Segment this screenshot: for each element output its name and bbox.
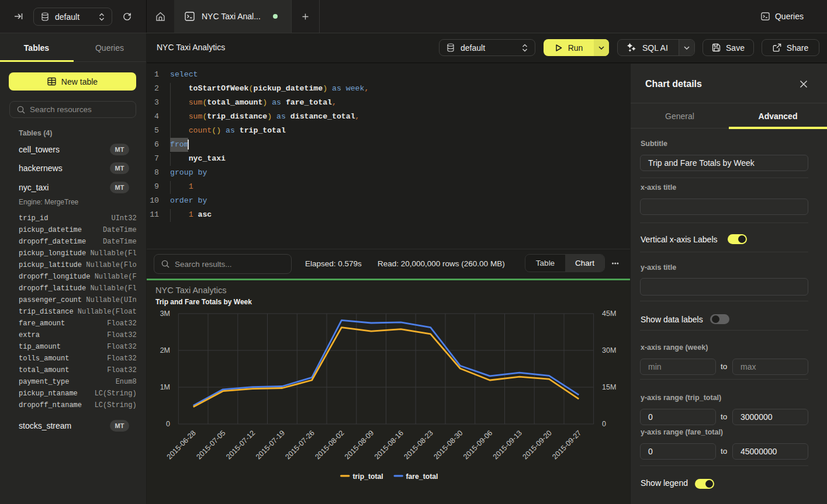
svg-text:trip_total: trip_total — [353, 472, 383, 481]
svg-text:2015-08-02: 2015-08-02 — [313, 429, 345, 461]
svg-text:2015-08-09: 2015-08-09 — [343, 429, 375, 461]
svg-text:2015-09-06: 2015-09-06 — [462, 429, 494, 461]
svg-text:2015-09-20: 2015-09-20 — [521, 429, 553, 461]
svg-text:2015-09-13: 2015-09-13 — [492, 429, 524, 461]
svg-text:3M: 3M — [160, 310, 170, 318]
svg-text:1M: 1M — [160, 383, 170, 391]
svg-text:0: 0 — [166, 420, 170, 428]
svg-text:30M: 30M — [602, 346, 616, 354]
svg-text:2M: 2M — [160, 346, 170, 354]
svg-text:2015-07-12: 2015-07-12 — [224, 429, 257, 461]
svg-text:15M: 15M — [602, 383, 616, 391]
svg-text:0: 0 — [602, 420, 606, 428]
svg-text:2015-06-28: 2015-06-28 — [165, 429, 198, 461]
svg-text:2015-08-30: 2015-08-30 — [432, 429, 464, 461]
svg-text:2015-07-05: 2015-07-05 — [195, 429, 227, 461]
svg-text:2015-07-26: 2015-07-26 — [284, 429, 316, 461]
svg-text:2015-07-19: 2015-07-19 — [254, 429, 286, 461]
svg-text:fare_total: fare_total — [406, 472, 438, 481]
svg-text:45M: 45M — [602, 310, 616, 318]
svg-text:2015-08-23: 2015-08-23 — [403, 429, 435, 461]
svg-text:2015-08-16: 2015-08-16 — [373, 429, 405, 461]
svg-text:2015-09-27: 2015-09-27 — [551, 429, 583, 461]
